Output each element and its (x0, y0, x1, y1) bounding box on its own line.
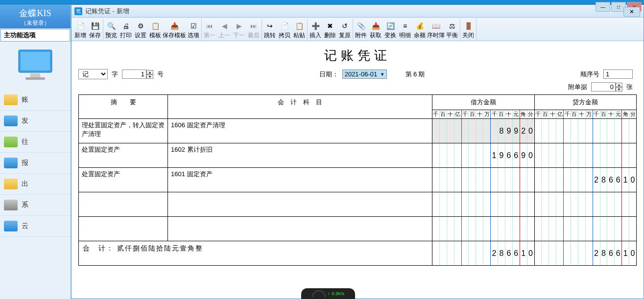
toolbar-新增[interactable]: 📄新增 (73, 19, 88, 40)
date-picker[interactable]: 2021-06-01 ▼ (342, 69, 387, 79)
sidebar-item-6[interactable]: 云 (0, 216, 71, 237)
total-debit-cell: 286610 (432, 241, 534, 265)
credit-cell[interactable] (534, 143, 637, 168)
toolbar-关闭[interactable]: 🚪关闭 (461, 19, 476, 40)
summary-cell[interactable] (79, 192, 168, 217)
col-account-header: 会 计 科 目 (168, 95, 432, 119)
document-title: 记账凭证 (78, 47, 637, 64)
account-cell[interactable] (168, 192, 432, 217)
debit-cell[interactable]: 196690 (432, 143, 535, 168)
account-cell[interactable]: 1602 累计折旧 (168, 143, 432, 168)
toolbar-序时簿[interactable]: 📖序时簿 (427, 19, 445, 40)
number-spinner[interactable]: ▲▼ (146, 70, 153, 79)
sidebar-item-4[interactable]: 出 (0, 174, 71, 195)
toolbar-打印[interactable]: 🖨打印 (119, 19, 133, 40)
toolbar-插入[interactable]: ➕插入 (308, 19, 323, 40)
toolbar-保存[interactable]: 💾保存 (88, 19, 102, 40)
table-row[interactable]: 处置固定资产1601 固定资产286610 (79, 168, 637, 192)
table-row[interactable]: 处置固定资产1602 累计折旧196690 (79, 143, 637, 168)
table-row[interactable]: 理处置固定资产，转入固定资产清理1606 固定资产清理89920 (79, 119, 637, 143)
svg-rect-1 (21, 52, 50, 70)
number-suffix: 号 (157, 70, 164, 79)
debit-cell[interactable] (432, 168, 535, 192)
credit-cell[interactable] (534, 192, 637, 217)
toolbar-icon: 📖 (431, 21, 441, 31)
attach-input[interactable] (591, 82, 616, 92)
toolbar-icon: 📄 (280, 21, 289, 31)
debit-cell[interactable] (432, 192, 535, 217)
summary-cell[interactable] (79, 217, 168, 241)
summary-cell[interactable]: 处置固定资产 (79, 143, 168, 168)
toolbar-icon: ▶ (234, 21, 244, 31)
toolbar-变换[interactable]: 🔄变换 (383, 19, 398, 40)
account-cell[interactable]: 1606 固定资产清理 (168, 119, 432, 143)
seq-value: 1 (603, 69, 633, 79)
toolbar-label: 跳转 (264, 31, 276, 40)
monitor-icon (16, 48, 55, 82)
toolbar-跳转[interactable]: ↪跳转 (262, 19, 277, 40)
toolbar-label: 明细 (399, 31, 411, 40)
toolbar-icon: ⏮ (205, 21, 215, 31)
toolbar-删除[interactable]: ✖删除 (323, 19, 337, 40)
toolbar-拷贝[interactable]: 📄拷贝 (277, 19, 292, 40)
outer-titlebar (0, 0, 644, 4)
toolbar-label: 余额 (414, 31, 426, 40)
col-credit-header: 贷方金额 (534, 95, 637, 110)
sidebar-icon (4, 200, 18, 210)
credit-cell[interactable] (534, 217, 637, 241)
toolbar-label: 模板 (149, 31, 161, 40)
toolbar-label: 新增 (74, 31, 86, 40)
toolbar-label: 上一 (218, 31, 230, 40)
toolbar-icon: ☑ (189, 21, 198, 31)
sidebar-label: 云 (22, 222, 28, 230)
toolbar-选项[interactable]: ☑选项 (186, 19, 201, 40)
table-row[interactable] (79, 192, 637, 217)
sidebar-item-5[interactable]: 系 (0, 195, 71, 216)
account-cell[interactable]: 1601 固定资产 (168, 168, 432, 192)
toolbar-平衡[interactable]: ⚖平衡 (445, 19, 459, 40)
login-status: （未登录） (0, 19, 71, 27)
toolbar-label: 预览 (105, 31, 117, 40)
brand-area: 金蝶KIS （未登录） (0, 4, 71, 28)
toolbar-保存模板[interactable]: 📥保存模板 (163, 19, 186, 40)
sidebar-item-0[interactable]: 账 (0, 90, 71, 111)
toolbar-label: 获取 (370, 31, 382, 40)
summary-cell[interactable]: 理处置固定资产，转入固定资产清理 (79, 119, 168, 143)
voucher-type-select[interactable]: 记 (78, 69, 108, 79)
voucher-number-input[interactable] (122, 69, 146, 79)
attach-row: 附单据 ▲▼ 张 (78, 82, 637, 92)
sidebar-item-3[interactable]: 报 (0, 153, 71, 174)
toolbar-label: 粘贴 (293, 31, 305, 40)
gauge-icon (312, 290, 326, 297)
summary-cell[interactable]: 处置固定资产 (79, 168, 168, 192)
app-icon: 凭 (74, 7, 82, 15)
sidebar-icon (4, 179, 18, 189)
sidebar-label: 系 (22, 201, 28, 209)
sidebar-label: 报 (22, 159, 28, 167)
sidebar-item-1[interactable]: 发 (0, 111, 71, 132)
toolbar-预览[interactable]: 🔍预览 (104, 19, 119, 40)
account-cell[interactable] (168, 217, 432, 241)
toolbar-附件[interactable]: 📎附件 (354, 19, 368, 40)
toolbar-粘贴[interactable]: 📋粘贴 (292, 19, 307, 40)
toolbar-明细[interactable]: ≡明细 (398, 19, 412, 40)
credit-cell[interactable]: 286610 (534, 168, 637, 192)
type-suffix: 字 (112, 70, 118, 79)
toolbar-获取[interactable]: 📥获取 (368, 19, 383, 40)
toolbar-icon: ⚙ (136, 21, 145, 31)
sidebar-item-2[interactable]: 往 (0, 132, 71, 153)
attach-spinner[interactable]: ▲▼ (616, 83, 622, 92)
main-function-tab[interactable]: 主功能选项 (0, 29, 70, 42)
date-value: 2021-06-01 (345, 70, 378, 78)
toolbar-icon: 🖨 (121, 21, 131, 31)
outer-close-button[interactable]: ✕ (623, 7, 640, 17)
toolbar-模板[interactable]: 📋模板 (148, 19, 163, 40)
table-row[interactable] (79, 217, 637, 241)
debit-cell[interactable]: 89920 (432, 119, 535, 143)
minimize-button[interactable]: — (596, 2, 610, 12)
debit-cell[interactable] (432, 217, 535, 241)
credit-cell[interactable] (534, 119, 637, 143)
toolbar-设置[interactable]: ⚙设置 (133, 19, 148, 40)
toolbar-余额[interactable]: 💰余额 (412, 19, 427, 40)
toolbar-复原[interactable]: ↺复原 (337, 19, 352, 40)
